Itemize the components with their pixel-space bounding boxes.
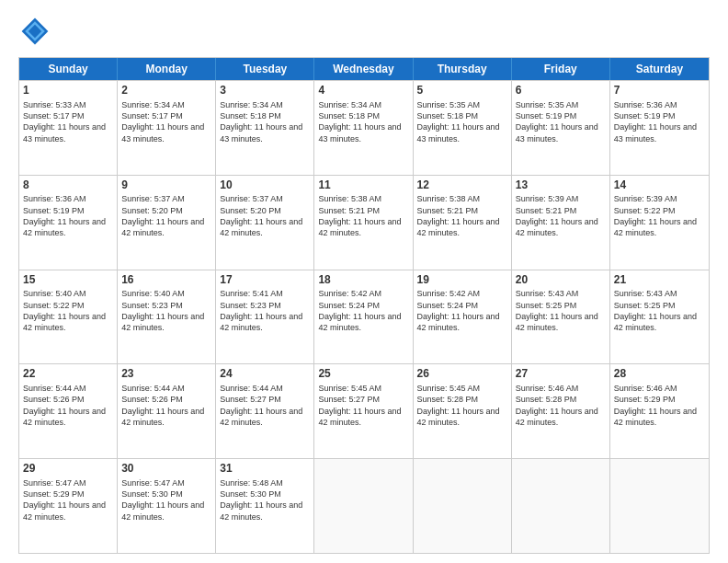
cell-content: Sunrise: 5:36 AMSunset: 5:19 PMDaylight:… <box>614 100 697 144</box>
calendar-cell: 20Sunrise: 5:43 AMSunset: 5:25 PMDayligh… <box>512 270 610 364</box>
day-number: 30 <box>121 462 211 477</box>
calendar-header-thursday: Thursday <box>414 58 512 80</box>
day-number: 1 <box>23 84 113 98</box>
calendar-cell: 19Sunrise: 5:42 AMSunset: 5:24 PMDayligh… <box>414 270 512 364</box>
day-number: 11 <box>318 178 408 193</box>
day-number: 22 <box>23 367 113 382</box>
calendar-header-wednesday: Wednesday <box>314 58 413 80</box>
calendar-cell: 30Sunrise: 5:47 AMSunset: 5:30 PMDayligh… <box>118 459 216 553</box>
calendar-cell: 1Sunrise: 5:33 AMSunset: 5:17 PMDaylight… <box>19 81 118 175</box>
cell-content: Sunrise: 5:39 AMSunset: 5:22 PMDaylight:… <box>614 194 697 237</box>
page: SundayMondayTuesdayWednesdayThursdayFrid… <box>0 0 728 563</box>
day-number: 14 <box>614 178 705 193</box>
day-number: 2 <box>121 84 211 98</box>
calendar-cell: 21Sunrise: 5:43 AMSunset: 5:25 PMDayligh… <box>610 270 709 364</box>
day-number: 20 <box>516 273 606 288</box>
cell-content: Sunrise: 5:35 AMSunset: 5:19 PMDaylight:… <box>516 100 598 144</box>
day-number: 12 <box>417 178 507 193</box>
cell-content: Sunrise: 5:38 AMSunset: 5:21 PMDaylight:… <box>318 194 401 237</box>
cell-content: Sunrise: 5:34 AMSunset: 5:17 PMDaylight:… <box>121 100 204 144</box>
cell-content: Sunrise: 5:37 AMSunset: 5:20 PMDaylight:… <box>121 194 204 237</box>
cell-content: Sunrise: 5:48 AMSunset: 5:30 PMDaylight:… <box>220 478 302 522</box>
day-number: 17 <box>220 273 310 288</box>
day-number: 16 <box>121 273 211 288</box>
calendar-cell: 23Sunrise: 5:44 AMSunset: 5:26 PMDayligh… <box>118 364 216 458</box>
cell-content: Sunrise: 5:46 AMSunset: 5:29 PMDaylight:… <box>614 384 697 427</box>
logo <box>18 15 57 48</box>
cell-content: Sunrise: 5:44 AMSunset: 5:27 PMDaylight:… <box>220 384 302 427</box>
cell-content: Sunrise: 5:44 AMSunset: 5:26 PMDaylight:… <box>23 384 106 427</box>
day-number: 23 <box>121 367 211 382</box>
calendar-cell: 17Sunrise: 5:41 AMSunset: 5:23 PMDayligh… <box>216 270 314 364</box>
day-number: 9 <box>121 178 211 193</box>
calendar-cell: 11Sunrise: 5:38 AMSunset: 5:21 PMDayligh… <box>314 176 413 270</box>
day-number: 6 <box>516 84 606 98</box>
cell-content: Sunrise: 5:43 AMSunset: 5:25 PMDaylight:… <box>516 289 598 332</box>
cell-content: Sunrise: 5:47 AMSunset: 5:29 PMDaylight:… <box>23 478 106 522</box>
day-number: 29 <box>23 462 113 477</box>
cell-content: Sunrise: 5:45 AMSunset: 5:27 PMDaylight:… <box>318 384 401 427</box>
cell-content: Sunrise: 5:42 AMSunset: 5:24 PMDaylight:… <box>318 289 401 332</box>
cell-content: Sunrise: 5:38 AMSunset: 5:21 PMDaylight:… <box>417 194 500 237</box>
calendar-cell: 22Sunrise: 5:44 AMSunset: 5:26 PMDayligh… <box>19 364 118 458</box>
calendar-row-2: 8Sunrise: 5:36 AMSunset: 5:19 PMDaylight… <box>19 175 709 270</box>
calendar-cell <box>314 459 413 553</box>
calendar-header-sunday: Sunday <box>19 58 118 80</box>
cell-content: Sunrise: 5:40 AMSunset: 5:22 PMDaylight:… <box>23 289 106 332</box>
cell-content: Sunrise: 5:41 AMSunset: 5:23 PMDaylight:… <box>220 289 302 332</box>
cell-content: Sunrise: 5:47 AMSunset: 5:30 PMDaylight:… <box>121 478 204 522</box>
calendar-cell: 18Sunrise: 5:42 AMSunset: 5:24 PMDayligh… <box>314 270 413 364</box>
calendar-cell: 6Sunrise: 5:35 AMSunset: 5:19 PMDaylight… <box>512 81 610 175</box>
calendar-header-friday: Friday <box>512 58 610 80</box>
cell-content: Sunrise: 5:35 AMSunset: 5:18 PMDaylight:… <box>417 100 500 144</box>
calendar: SundayMondayTuesdayWednesdayThursdayFrid… <box>18 57 710 554</box>
calendar-cell: 10Sunrise: 5:37 AMSunset: 5:20 PMDayligh… <box>216 176 314 270</box>
calendar-row-5: 29Sunrise: 5:47 AMSunset: 5:29 PMDayligh… <box>19 458 709 553</box>
day-number: 10 <box>220 178 310 193</box>
calendar-cell: 8Sunrise: 5:36 AMSunset: 5:19 PMDaylight… <box>19 176 118 270</box>
calendar-cell: 25Sunrise: 5:45 AMSunset: 5:27 PMDayligh… <box>314 364 413 458</box>
calendar-cell: 4Sunrise: 5:34 AMSunset: 5:18 PMDaylight… <box>314 81 413 175</box>
day-number: 19 <box>417 273 507 288</box>
day-number: 25 <box>318 367 408 382</box>
calendar-cell: 29Sunrise: 5:47 AMSunset: 5:29 PMDayligh… <box>19 459 118 553</box>
cell-content: Sunrise: 5:37 AMSunset: 5:20 PMDaylight:… <box>220 194 302 237</box>
cell-content: Sunrise: 5:40 AMSunset: 5:23 PMDaylight:… <box>121 289 204 332</box>
calendar-cell: 28Sunrise: 5:46 AMSunset: 5:29 PMDayligh… <box>610 364 709 458</box>
calendar-cell <box>610 459 709 553</box>
calendar-cell: 14Sunrise: 5:39 AMSunset: 5:22 PMDayligh… <box>610 176 709 270</box>
calendar-cell: 27Sunrise: 5:46 AMSunset: 5:28 PMDayligh… <box>512 364 610 458</box>
day-number: 3 <box>220 84 310 98</box>
calendar-cell: 13Sunrise: 5:39 AMSunset: 5:21 PMDayligh… <box>512 176 610 270</box>
calendar-row-4: 22Sunrise: 5:44 AMSunset: 5:26 PMDayligh… <box>19 363 709 458</box>
calendar-header-monday: Monday <box>118 58 216 80</box>
calendar-cell <box>512 459 610 553</box>
calendar-cell <box>414 459 512 553</box>
cell-content: Sunrise: 5:43 AMSunset: 5:25 PMDaylight:… <box>614 289 697 332</box>
calendar-cell: 12Sunrise: 5:38 AMSunset: 5:21 PMDayligh… <box>414 176 512 270</box>
calendar-cell: 16Sunrise: 5:40 AMSunset: 5:23 PMDayligh… <box>118 270 216 364</box>
calendar-header-saturday: Saturday <box>610 58 709 80</box>
calendar-row-3: 15Sunrise: 5:40 AMSunset: 5:22 PMDayligh… <box>19 270 709 364</box>
calendar-cell: 3Sunrise: 5:34 AMSunset: 5:18 PMDaylight… <box>216 81 314 175</box>
cell-content: Sunrise: 5:42 AMSunset: 5:24 PMDaylight:… <box>417 289 500 332</box>
logo-icon <box>18 15 51 48</box>
day-number: 13 <box>516 178 606 193</box>
day-number: 7 <box>614 84 705 98</box>
cell-content: Sunrise: 5:34 AMSunset: 5:18 PMDaylight:… <box>318 100 401 144</box>
cell-content: Sunrise: 5:33 AMSunset: 5:17 PMDaylight:… <box>23 100 106 144</box>
calendar-body: 1Sunrise: 5:33 AMSunset: 5:17 PMDaylight… <box>19 80 709 553</box>
day-number: 8 <box>23 178 113 193</box>
calendar-header: SundayMondayTuesdayWednesdayThursdayFrid… <box>19 58 709 80</box>
day-number: 27 <box>516 367 606 382</box>
calendar-cell: 26Sunrise: 5:45 AMSunset: 5:28 PMDayligh… <box>414 364 512 458</box>
day-number: 21 <box>614 273 705 288</box>
cell-content: Sunrise: 5:46 AMSunset: 5:28 PMDaylight:… <box>516 384 598 427</box>
day-number: 18 <box>318 273 408 288</box>
calendar-cell: 5Sunrise: 5:35 AMSunset: 5:18 PMDaylight… <box>414 81 512 175</box>
day-number: 5 <box>417 84 507 98</box>
cell-content: Sunrise: 5:39 AMSunset: 5:21 PMDaylight:… <box>516 194 598 237</box>
cell-content: Sunrise: 5:45 AMSunset: 5:28 PMDaylight:… <box>417 384 500 427</box>
day-number: 26 <box>417 367 507 382</box>
calendar-cell: 7Sunrise: 5:36 AMSunset: 5:19 PMDaylight… <box>610 81 709 175</box>
